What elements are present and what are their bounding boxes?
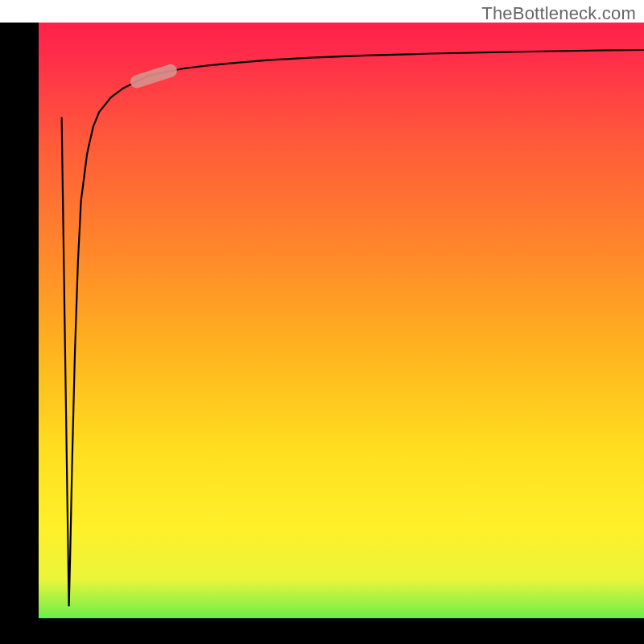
bottleneck-chart	[0, 0, 644, 644]
gradient-fill	[0, 0, 644, 644]
frame-left	[0, 23, 39, 628]
frame-bottom	[0, 618, 644, 644]
watermark-text: TheBottleneck.com	[481, 3, 636, 24]
